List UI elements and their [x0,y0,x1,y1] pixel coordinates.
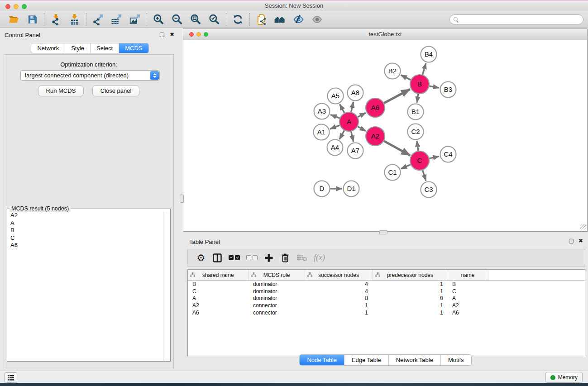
graph-edge[interactable] [351,132,354,142]
graph-node-A2[interactable]: A2 [366,127,385,146]
tab-network-table[interactable]: Network Table [389,355,441,365]
export-image-button[interactable] [126,12,144,27]
table-row[interactable]: Bdominator41B [188,281,585,288]
zoom-fit-button[interactable] [186,12,205,27]
add-column-button[interactable] [264,252,274,264]
import-table-button[interactable] [65,12,84,27]
cell[interactable]: 4 [305,288,373,295]
mcds-result-list[interactable]: A2ABCA6 [7,212,163,361]
graph-node-B4[interactable]: B4 [421,47,437,62]
zoom-out-button[interactable] [168,12,186,27]
show-eye-button[interactable] [308,12,326,27]
cell[interactable]: 1 [373,288,448,295]
import-network-button[interactable] [47,12,65,27]
cell[interactable]: 1 [305,302,373,309]
delete-column-button[interactable] [280,252,290,264]
splitter-handle-vertical[interactable] [180,195,184,203]
cell[interactable]: dominator [249,281,305,288]
graph-edge[interactable] [340,104,344,113]
column-header-successor-nodes[interactable]: successor nodes [305,270,373,281]
deselect-all-button[interactable] [246,252,258,264]
graph-edge[interactable] [330,125,339,129]
close-table-panel-icon[interactable]: ✖ [578,238,583,244]
cell[interactable]: connector [249,309,305,316]
graph-edge[interactable] [358,113,365,117]
task-history-button[interactable] [5,372,17,383]
table-row[interactable]: A2connector11A2 [188,302,585,309]
zoom-selected-button[interactable] [205,12,224,27]
float-panel-icon[interactable]: ▢ [159,31,165,38]
graph-node-A5[interactable]: A5 [328,88,344,104]
column-header-predecessor-nodes[interactable]: predecessor nodes [373,270,448,281]
cell[interactable]: 1 [373,309,448,316]
tab-node-table[interactable]: Node Table [300,355,344,365]
table-row[interactable]: Adominator80A [188,295,585,302]
cell[interactable]: dominator [249,295,305,302]
table-row[interactable]: A6connector11A6 [188,309,585,316]
graph-edge[interactable] [417,94,418,103]
graph-edge[interactable] [430,86,439,88]
cell[interactable]: 4 [305,281,373,288]
result-item[interactable]: C [7,234,163,242]
memory-button[interactable]: Memory [545,372,583,383]
cell[interactable]: dominator [249,288,305,295]
search-input[interactable] [461,16,579,24]
graph-node-D1[interactable]: D1 [344,181,359,197]
cell[interactable]: C [448,288,488,295]
result-scrollbar[interactable] [163,212,170,361]
column-header-MCDS-role[interactable]: MCDS role [249,270,305,281]
graph-node-A6[interactable]: A6 [366,98,385,117]
cell[interactable]: connector [249,302,305,309]
graph-node-D[interactable]: D [314,181,330,197]
tab-motifs[interactable]: Motifs [441,355,471,365]
graph-node-A[interactable]: A [339,112,359,131]
select-stepper-icon[interactable] [150,71,159,80]
refresh-layout-button[interactable] [229,12,247,27]
gear-button[interactable]: ⚙ [196,252,206,264]
home-button[interactable] [271,12,289,27]
cell[interactable]: 1 [373,302,448,309]
graph-node-A8[interactable]: A8 [348,85,363,101]
column-header-shared-name[interactable]: shared name [188,270,249,281]
cell[interactable]: 0 [373,295,448,302]
result-item[interactable]: A [7,219,163,227]
graph-node-A7[interactable]: A7 [348,143,363,159]
cell[interactable]: A2 [188,302,249,309]
cell[interactable]: 1 [305,309,373,316]
run-mcds-button[interactable]: Run MCDS [38,86,84,96]
graph-node-A4[interactable]: A4 [327,140,343,156]
split-columns-button[interactable] [212,252,222,264]
graph-edge[interactable] [384,141,410,156]
table-row[interactable]: Cdominator41C [188,288,585,295]
tab-network[interactable]: Network [31,43,65,53]
graph-edge[interactable] [384,89,410,103]
graph-node-B2[interactable]: B2 [385,63,401,79]
graph-node-C4[interactable]: C4 [440,147,456,162]
graph-node-A1[interactable]: A1 [314,124,330,140]
graph-node-B1[interactable]: B1 [408,104,424,120]
open-session-button[interactable] [5,12,23,27]
cell[interactable]: A2 [448,302,488,309]
cell[interactable]: A [448,295,488,302]
close-panel-button[interactable]: Close panel [92,86,140,96]
save-session-button[interactable] [23,12,42,27]
graph-edge[interactable] [430,156,440,158]
graph-node-C[interactable]: C [410,151,429,170]
cell[interactable]: 1 [373,281,448,288]
splitter-handle-horizontal[interactable] [379,230,387,234]
tab-edge-table[interactable]: Edge Table [344,355,389,365]
graph-node-C3[interactable]: C3 [421,182,437,198]
result-item[interactable]: B [7,227,163,234]
graph-node-B[interactable]: B [410,75,429,94]
graph-edge[interactable] [401,165,411,169]
export-table-button[interactable] [107,12,126,27]
cell[interactable]: A6 [448,309,488,316]
search-field[interactable] [449,14,583,24]
close-panel-icon[interactable]: ✖ [170,31,174,38]
cell[interactable]: B [448,281,488,288]
cell[interactable]: A [188,295,249,302]
float-table-panel-icon[interactable]: ▢ [569,238,574,244]
graph-node-B3[interactable]: B3 [440,82,456,98]
result-item[interactable]: A2 [7,212,163,219]
graph-edge[interactable] [422,63,426,75]
